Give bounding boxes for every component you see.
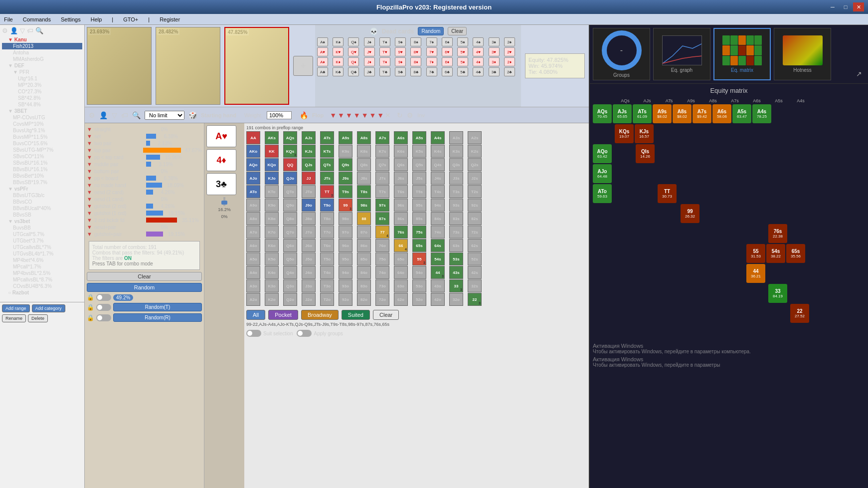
cell-65o[interactable]: 65o xyxy=(394,252,408,265)
cell-T6s[interactable]: T6s xyxy=(394,185,408,198)
cell-KJs[interactable]: KJs xyxy=(302,145,316,158)
cell-T3o[interactable]: T3o xyxy=(320,279,334,292)
eq-AJs[interactable]: AJs65.65 xyxy=(613,104,632,123)
filter-icon2[interactable]: ▽ xyxy=(112,111,117,119)
card-Kh[interactable]: K♥ xyxy=(333,47,344,56)
cell-82s[interactable]: 82s xyxy=(468,212,482,225)
cell-AQo[interactable]: AQo xyxy=(246,158,260,171)
cell-83s[interactable]: 83s xyxy=(449,212,463,225)
minimize-button[interactable]: ─ xyxy=(827,2,838,11)
cell-K7o[interactable]: K7o xyxy=(265,226,279,239)
cell-Q6o[interactable]: Q6o xyxy=(283,239,297,252)
cell-A9s[interactable]: A9s xyxy=(339,131,352,144)
cell-63s[interactable]: 63s xyxy=(449,239,463,252)
card-9d[interactable]: 9♦ xyxy=(395,57,406,66)
dead-cards-random-button[interactable]: Random xyxy=(418,27,444,35)
delete-button[interactable]: Delete xyxy=(28,314,48,322)
filter-gut2[interactable]: ▼ gutshot (2 crd) 4.26% xyxy=(87,203,202,209)
cell-QTo[interactable]: QTo xyxy=(283,185,297,198)
card-Jc[interactable]: J♣ xyxy=(364,67,375,76)
card-Jd[interactable]: J♦ xyxy=(364,57,375,66)
suit-toggle-switch[interactable] xyxy=(246,330,261,337)
random-r-button[interactable]: Random(R) xyxy=(113,313,202,322)
menu-settings[interactable]: Settings xyxy=(59,15,83,23)
cell-Q8s[interactable]: Q8s xyxy=(357,158,371,171)
filter-random-button[interactable]: Random xyxy=(87,283,202,292)
cell-74o[interactable]: 74o xyxy=(375,266,389,279)
cell-84o[interactable]: 84o xyxy=(357,266,371,279)
filter-mid-pair[interactable]: ▼ middle pair 3.19% xyxy=(87,161,202,167)
cell-T6o[interactable]: T6o xyxy=(320,239,334,252)
cell-42o[interactable]: 42o xyxy=(431,293,445,306)
weight-input[interactable] xyxy=(267,111,292,119)
card-Tc[interactable]: T♣ xyxy=(379,67,390,76)
eq-55[interactable]: 5531.53 xyxy=(746,244,765,263)
cell-64o[interactable]: 64o xyxy=(394,266,408,279)
rename-button[interactable]: Rename xyxy=(2,314,26,322)
cell-J3o[interactable]: J3o xyxy=(302,279,316,292)
tree-item-co27[interactable]: CO*27.3% xyxy=(2,88,82,95)
flop-card-1[interactable]: A♥ xyxy=(206,125,236,147)
filter-clear-button[interactable]: Clear xyxy=(87,272,202,281)
filter-oesd2[interactable]: ▼ oesd (2 card) 4.26% xyxy=(87,189,202,195)
card-Td[interactable]: T♦ xyxy=(379,57,390,66)
cell-T2s[interactable]: T2s xyxy=(468,185,482,198)
cell-AKs[interactable]: AKs xyxy=(265,131,279,144)
cell-A7o[interactable]: A7o xyxy=(246,226,260,239)
cell-Q6s[interactable]: Q6s xyxy=(394,158,408,171)
eq-A5s[interactable]: A5s63.47 xyxy=(732,104,751,123)
cell-75s[interactable]: 75s xyxy=(412,226,426,239)
card-Kd[interactable]: K♦ xyxy=(333,57,344,66)
tree-item-sb42[interactable]: SB*42.8% xyxy=(2,95,82,101)
cell-92o[interactable]: 92o xyxy=(339,293,352,306)
cell-65s[interactable]: 65s xyxy=(412,239,426,252)
card-Ts[interactable]: T♠ xyxy=(379,37,390,46)
tree-item-mp20[interactable]: MP*20.3% xyxy=(2,82,82,88)
cell-53s[interactable]: 53s xyxy=(449,252,463,265)
eq-33[interactable]: 3384.19 xyxy=(768,284,787,303)
dead-cards-clear-button[interactable]: Clear xyxy=(448,27,467,35)
cell-AKo[interactable]: AKo xyxy=(246,145,260,158)
card-2h[interactable]: 2♥ xyxy=(504,47,515,56)
cell-92s[interactable]: 92s xyxy=(468,199,482,212)
cell-AA[interactable]: AA xyxy=(246,131,260,144)
tree-item-pfr[interactable]: ▼ PFR xyxy=(2,69,82,75)
card-5h[interactable]: 5♥ xyxy=(457,47,468,56)
filter-no-hand[interactable]: ▼ no made hand 18.09% xyxy=(87,182,202,188)
filter-oesd-pair[interactable]: ▼ oesd+pair 0% xyxy=(87,224,202,230)
tree-item-covsmp[interactable]: CovsMP*10% xyxy=(2,121,82,127)
filter-x[interactable]: ✕ xyxy=(385,111,391,119)
eq-54s[interactable]: 54s38.22 xyxy=(766,244,785,263)
cell-85o[interactable]: 85o xyxy=(357,252,371,265)
cell-Q7s[interactable]: Q7s xyxy=(375,158,389,171)
tree-item-covsbu4b[interactable]: COvsBU4B*6.3% xyxy=(2,283,82,289)
card-Jh[interactable]: J♥ xyxy=(364,47,375,56)
user-icon2[interactable]: 👤 xyxy=(99,111,108,119)
tree-item-mp4bet[interactable]: MP4bet*4.6% xyxy=(2,257,82,263)
cell-86s[interactable]: 86s xyxy=(394,212,408,225)
tree-item-mmasherdog[interactable]: MMAsherdoG xyxy=(2,56,82,62)
eq-ATs[interactable]: ATs61.09 xyxy=(633,104,652,123)
cell-AJo[interactable]: AJo xyxy=(246,172,260,185)
cell-T5s[interactable]: T5s xyxy=(412,185,426,198)
tree-item-utgbet[interactable]: UTGbet*3.7% xyxy=(2,238,82,244)
search-icon[interactable]: 🔍 xyxy=(35,27,43,34)
cell-TT[interactable]: TT3 xyxy=(320,185,334,198)
cell-A7s[interactable]: A7s xyxy=(375,131,389,144)
range-display-1[interactable]: 23.693% xyxy=(87,27,152,105)
user-icon[interactable]: 👤 xyxy=(10,27,18,34)
range-display-2[interactable]: 28.482% xyxy=(156,27,220,105)
cell-94o[interactable]: 94o xyxy=(339,266,352,279)
filter-v4[interactable]: ▼ xyxy=(353,111,360,119)
tree-item-utgvsbl4b[interactable]: UTGvsBL4b*1.7% xyxy=(2,250,82,257)
tree-item-sbvsutgmp[interactable]: SBvsUTG-MP*7% xyxy=(2,147,82,153)
cell-K5o[interactable]: K5o xyxy=(265,252,279,265)
tree-item-bbvsbu[interactable]: BBvsBU*16.1% xyxy=(2,166,82,173)
cell-76o[interactable]: 76o xyxy=(375,239,389,252)
cell-42s[interactable]: 42s xyxy=(468,266,482,279)
cell-T8s[interactable]: T8s xyxy=(357,185,371,198)
cell-33[interactable]: 333 xyxy=(449,279,463,292)
eq-AQs[interactable]: AQs70.45 xyxy=(593,104,612,123)
menu-file[interactable]: File xyxy=(2,15,15,23)
cell-Q2s[interactable]: Q2s xyxy=(468,158,482,171)
